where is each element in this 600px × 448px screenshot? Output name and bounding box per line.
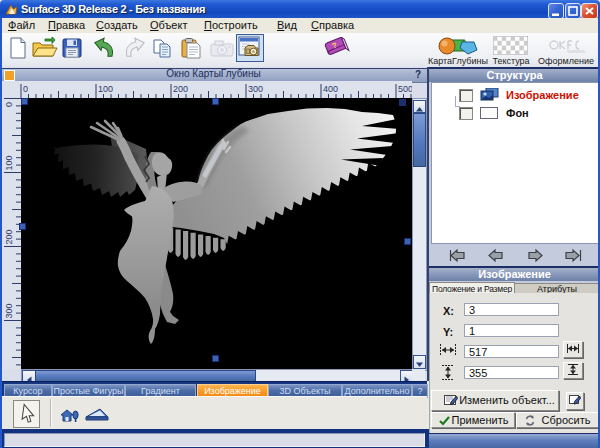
svg-text:0: 0 — [4, 102, 14, 107]
svg-text:300: 300 — [4, 303, 14, 318]
svg-text:400: 400 — [323, 84, 338, 94]
svg-text:100: 100 — [4, 155, 14, 170]
svg-text:500: 500 — [398, 84, 412, 94]
svg-text:300: 300 — [248, 84, 263, 94]
svg-text:200: 200 — [173, 84, 188, 94]
svg-text:0: 0 — [23, 84, 28, 94]
svg-text:100: 100 — [98, 84, 113, 94]
svg-text:200: 200 — [4, 229, 14, 244]
